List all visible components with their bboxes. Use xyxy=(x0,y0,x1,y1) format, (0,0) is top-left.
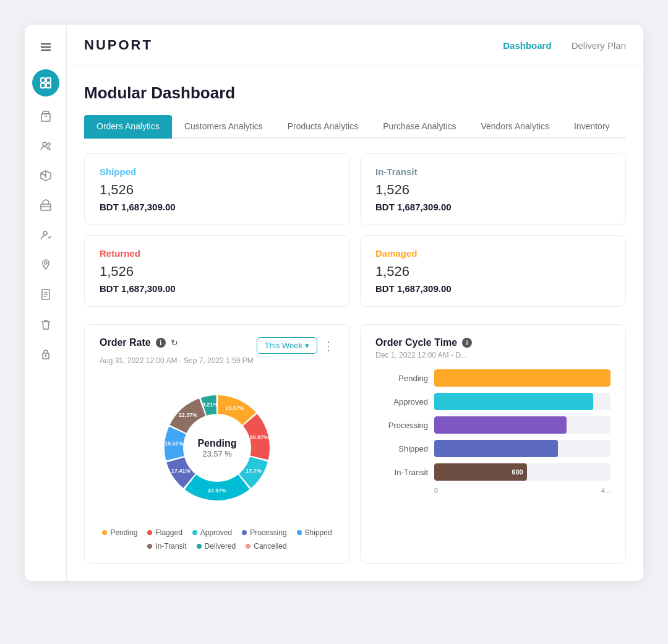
bar-row-processing: Processing xyxy=(375,416,610,434)
legend-processing: Processing xyxy=(242,528,286,537)
sidebar-item-security[interactable] xyxy=(33,341,58,366)
donut-label-in-transit: 19.32% xyxy=(165,440,184,447)
donut-label-processing: 37.97% xyxy=(208,487,227,494)
legend-pending: Pending xyxy=(102,528,137,537)
sidebar-item-reports[interactable] xyxy=(33,282,58,307)
stat-returned-count: 1,526 xyxy=(100,264,335,280)
bar-fill-approved xyxy=(434,393,593,410)
legend-dot-flagged xyxy=(147,530,152,535)
legend-cancelled: Cancelled xyxy=(246,542,286,551)
analytics-row: Order Rate i ↻ This Week ▾ ⋮ Aug 31, xyxy=(84,324,626,564)
sidebar-item-orders[interactable] xyxy=(33,104,58,129)
menu-icon[interactable] xyxy=(33,35,58,59)
tab-purchase[interactable]: Purchase Analytics xyxy=(370,115,468,139)
page-title: Modular Dashboard xyxy=(84,84,626,103)
stat-in-transit: In-Transit 1,526 BDT 1,687,309.00 xyxy=(360,153,626,225)
content-area: Modular Dashboard Orders Analytics Custo… xyxy=(67,66,643,581)
bar-track-pending xyxy=(434,369,610,387)
sidebar-item-assign[interactable] xyxy=(33,223,58,247)
bar-track-approved xyxy=(434,393,610,410)
this-week-button[interactable]: This Week ▾ xyxy=(257,337,317,354)
stat-damaged: Damaged 1,526 BDT 1,687,309.00 xyxy=(360,235,626,307)
sidebar-item-vendors[interactable] xyxy=(33,193,58,218)
svg-point-16 xyxy=(45,262,47,264)
nav-delivery[interactable]: Delivery Plan xyxy=(572,40,626,51)
main-content: NUPORT Dashboard Delivery Plan Modular D… xyxy=(67,25,643,581)
order-cycle-card: Order Cycle Time i Dec 1, 2022 12:00 AM … xyxy=(360,324,626,564)
cycle-info-icon[interactable]: i xyxy=(462,338,472,348)
stat-shipped: Shipped 1,526 BDT 1,687,309.00 xyxy=(84,153,350,225)
stat-damaged-amount: BDT 1,687,309.00 xyxy=(375,283,610,294)
donut-label-flagged: 26.97% xyxy=(250,434,269,440)
x-label-end: 4... xyxy=(601,487,610,494)
tab-vendors[interactable]: Vendors Analytics xyxy=(468,115,562,139)
donut-center-label: Pending xyxy=(197,438,236,449)
sidebar-item-products[interactable] xyxy=(33,163,58,188)
svg-point-9 xyxy=(43,142,46,146)
donut-label-cancelled: 9.21% xyxy=(202,401,218,408)
bar-label-processing: Processing xyxy=(375,421,428,430)
more-options-button[interactable]: ⋮ xyxy=(322,340,335,352)
tab-products[interactable]: Products Analytics xyxy=(275,115,370,139)
tab-customers[interactable]: Customers Analytics xyxy=(172,115,275,139)
bar-chart: Pending Approved Processing Shipped xyxy=(375,369,610,481)
bar-label-approved: Approved xyxy=(375,397,428,406)
stat-shipped-count: 1,526 xyxy=(100,182,335,198)
nav-dashboard[interactable]: Dashboard xyxy=(503,40,551,51)
legend-flagged: Flagged xyxy=(147,528,182,537)
stat-shipped-label: Shipped xyxy=(100,166,335,177)
svg-rect-4 xyxy=(46,78,51,82)
bar-fill-processing xyxy=(434,416,567,434)
svg-line-12 xyxy=(41,173,46,176)
donut-center-pct: 23.57 % xyxy=(197,449,236,458)
order-rate-title: Order Rate xyxy=(100,337,151,348)
bar-label-pending: Pending xyxy=(375,374,428,383)
stat-returned-label: Returned xyxy=(100,248,335,259)
app-container: NUPORT Dashboard Delivery Plan Modular D… xyxy=(25,25,643,581)
stat-transit-label: In-Transit xyxy=(375,166,610,177)
donut-label-shipped: 17.41% xyxy=(171,468,191,474)
svg-rect-5 xyxy=(41,84,45,88)
sidebar-item-trash[interactable] xyxy=(33,312,58,337)
sidebar-item-location[interactable] xyxy=(33,252,58,277)
bar-fill-in-transit: 600 xyxy=(434,463,527,481)
legend-approved: Approved xyxy=(192,528,232,537)
refresh-icon[interactable]: ↻ xyxy=(171,338,178,348)
info-icon[interactable]: i xyxy=(156,338,166,348)
bar-track-shipped xyxy=(434,440,610,457)
bar-row-approved: Approved xyxy=(375,393,610,410)
bar-track-in-transit: 600 xyxy=(434,463,610,481)
tab-inventory[interactable]: Inventory xyxy=(562,115,622,139)
sidebar-item-customers[interactable] xyxy=(33,134,58,158)
order-cycle-date: Dec 1, 2022 12:00 AM - D... xyxy=(375,351,610,359)
bar-row-pending: Pending xyxy=(375,369,610,387)
legend-dot-shipped xyxy=(297,530,302,535)
legend-dot-pending xyxy=(102,530,107,535)
header: NUPORT Dashboard Delivery Plan xyxy=(67,25,643,66)
donut-label-pending: 23.57% xyxy=(226,405,245,411)
stats-grid: Shipped 1,526 BDT 1,687,309.00 In-Transi… xyxy=(84,153,626,307)
order-rate-header: Order Rate i ↻ This Week ▾ ⋮ xyxy=(100,337,335,354)
logo: NUPORT xyxy=(84,37,153,53)
svg-rect-6 xyxy=(46,84,51,88)
bar-track-processing xyxy=(434,416,610,434)
order-cycle-title: Order Cycle Time xyxy=(375,337,457,348)
svg-point-22 xyxy=(45,355,46,356)
svg-rect-7 xyxy=(41,114,50,121)
stat-damaged-count: 1,526 xyxy=(375,264,610,280)
bar-fill-pending xyxy=(434,369,610,387)
sidebar xyxy=(25,25,67,581)
tab-orders[interactable]: Orders Analytics xyxy=(84,115,172,139)
donut-legend: PendingFlaggedApprovedProcessingShippedI… xyxy=(100,528,335,551)
donut-chart-container: 23.57%26.97%17.7%37.97%17.41%19.32%22.37… xyxy=(100,375,335,551)
legend-in-transit: In-Transit xyxy=(147,542,186,551)
svg-rect-13 xyxy=(41,204,51,210)
bar-label-shipped: Shipped xyxy=(375,444,428,453)
stat-transit-count: 1,526 xyxy=(375,182,610,198)
legend-dot-cancelled xyxy=(246,544,250,549)
sidebar-item-dashboard[interactable] xyxy=(32,69,59,97)
x-axis: 0 4... xyxy=(375,487,610,494)
order-rate-card: Order Rate i ↻ This Week ▾ ⋮ Aug 31, xyxy=(84,324,350,564)
svg-rect-3 xyxy=(41,78,45,82)
donut-label-delivered: 22.37% xyxy=(179,412,198,418)
